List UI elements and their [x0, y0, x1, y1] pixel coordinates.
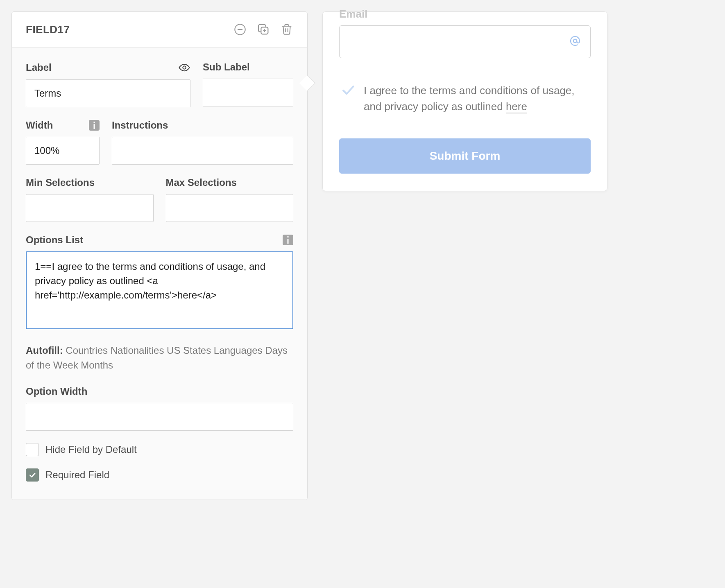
header-icon-group [233, 23, 293, 36]
field-config-panel: FIELD17 Label [11, 11, 308, 500]
trash-icon[interactable] [280, 23, 293, 36]
field-id-title: FIELD17 [26, 23, 70, 36]
option-width-input[interactable] [26, 403, 293, 431]
duplicate-icon[interactable] [256, 23, 270, 36]
hide-field-label: Hide Field by Default [45, 444, 137, 455]
config-panel-body: Label Sub Label Width [12, 47, 307, 500]
option-width-label: Option Width [26, 386, 293, 397]
label-input[interactable] [26, 79, 190, 107]
width-info-icon[interactable] [89, 120, 100, 131]
min-selections-input[interactable] [26, 194, 154, 222]
preview-email-input[interactable] [339, 25, 591, 58]
options-info-icon[interactable] [283, 235, 293, 245]
autofill-prefix: Autofill: [26, 345, 63, 356]
svg-rect-8 [94, 122, 95, 123]
form-preview-panel: Email I agree to the terms and condition… [322, 11, 607, 191]
instructions-input[interactable] [112, 137, 293, 165]
label-text-label: Label [26, 62, 52, 73]
svg-rect-10 [288, 236, 289, 237]
preview-terms-link[interactable]: here [506, 100, 527, 113]
instructions-label: Instructions [112, 120, 293, 131]
options-list-label: Options List [26, 234, 83, 246]
autofill-options: Autofill: Countries Nationalities US Sta… [26, 343, 293, 373]
preview-terms-row: I agree to the terms and conditions of u… [339, 83, 591, 115]
width-label: Width [26, 120, 53, 131]
hide-field-checkbox[interactable] [26, 443, 39, 456]
svg-point-7 [183, 66, 186, 69]
preview-terms-text: I agree to the terms and conditions of u… [364, 83, 589, 115]
preview-email-label: Email [339, 8, 591, 20]
at-icon [569, 34, 582, 49]
preview-terms-checkbox[interactable] [341, 83, 356, 115]
submit-button[interactable]: Submit Form [339, 138, 591, 174]
width-input[interactable] [26, 137, 100, 165]
required-field-label: Required Field [45, 469, 109, 481]
svg-rect-9 [94, 124, 95, 129]
min-selections-label: Min Selections [26, 177, 154, 188]
svg-point-12 [573, 39, 577, 43]
visibility-icon[interactable] [178, 61, 190, 74]
config-panel-header: FIELD17 [12, 12, 307, 47]
sublabel-input[interactable] [203, 79, 293, 106]
required-field-checkbox[interactable] [26, 468, 39, 482]
preview-terms-body: I agree to the terms and conditions of u… [364, 84, 575, 113]
max-selections-label: Max Selections [166, 177, 294, 188]
options-list-textarea[interactable] [26, 251, 293, 329]
autofill-items[interactable]: Countries Nationalities US States Langua… [26, 345, 288, 371]
remove-icon[interactable] [233, 23, 247, 36]
svg-rect-11 [288, 239, 289, 244]
max-selections-input[interactable] [166, 194, 294, 222]
sublabel-label: Sub Label [203, 61, 293, 73]
